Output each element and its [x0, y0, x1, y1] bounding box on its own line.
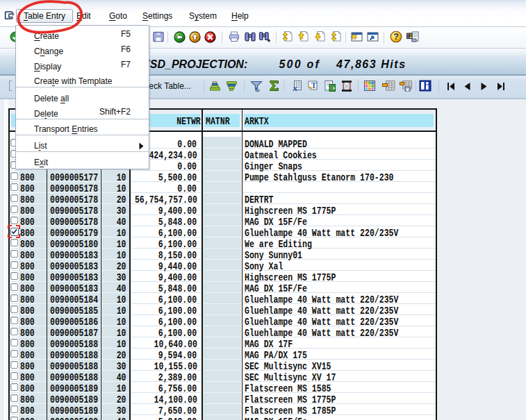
svg-text:T: T — [311, 81, 316, 90]
svg-text:?: ? — [393, 32, 399, 42]
svg-text:x: x — [293, 83, 298, 92]
